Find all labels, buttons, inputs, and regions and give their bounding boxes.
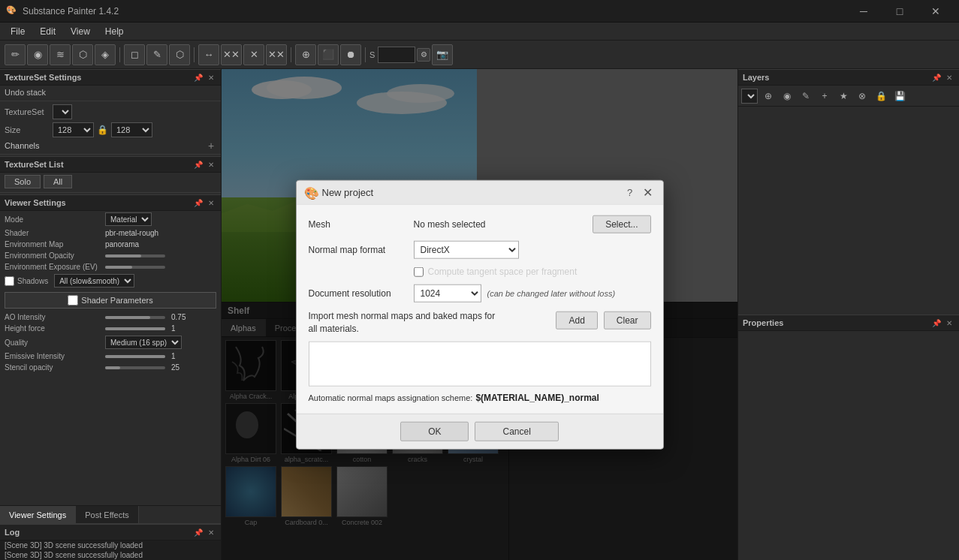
- tsl-close-icon[interactable]: ✕: [206, 159, 216, 170]
- props-close-icon[interactable]: ✕: [944, 318, 954, 328]
- import-label: Import mesh normal maps and baked maps f…: [309, 310, 496, 336]
- brush-size-input[interactable]: [378, 47, 415, 63]
- fill-tool-btn[interactable]: ◉: [27, 44, 48, 65]
- vs-pin-icon[interactable]: 📌: [193, 197, 204, 208]
- smudge-tool-btn[interactable]: ≋: [50, 44, 71, 65]
- props-pin-icon[interactable]: 📌: [931, 318, 942, 328]
- cancel-button[interactable]: Cancel: [475, 421, 558, 441]
- height-force-value: 1: [171, 324, 176, 333]
- clear-button[interactable]: Clear: [604, 312, 651, 330]
- layers-pin-icon[interactable]: 📌: [931, 72, 942, 83]
- ok-button[interactable]: OK: [400, 421, 469, 441]
- quality-select[interactable]: Medium (16 spp): [105, 336, 182, 349]
- dialog-help-button[interactable]: ?: [623, 185, 638, 200]
- stencil-row: Stencil opacity 25: [0, 362, 221, 373]
- textureset-settings-title: TextureSet Settings: [5, 73, 82, 82]
- layer-normal-btn[interactable]: ◉: [779, 88, 795, 104]
- properties-panel: Properties 📌 ✕: [738, 315, 959, 560]
- tab-post-effects[interactable]: Post Effects: [76, 506, 139, 523]
- layer-add-btn[interactable]: +: [816, 88, 833, 104]
- menu-view[interactable]: View: [63, 23, 98, 40]
- log-close-icon[interactable]: ✕: [206, 527, 216, 537]
- window-controls: ─ □ ✕: [846, 0, 953, 23]
- log-pin-icon[interactable]: 📌: [193, 527, 204, 537]
- size-w-select[interactable]: 128: [53, 122, 94, 137]
- new-project-dialog: 🎨 New project ? ✕ Mesh No mesh selected …: [296, 180, 664, 450]
- layer-delete-btn[interactable]: ⊗: [854, 88, 870, 104]
- log-entry-2: [Scene 3D] 3D scene successfully loaded: [0, 550, 221, 560]
- paint-tool-btn[interactable]: ✏: [5, 44, 26, 65]
- normal-map-label: Normal map format: [309, 245, 414, 255]
- sharpen-tool-btn[interactable]: ◈: [95, 44, 116, 65]
- all-button[interactable]: All: [44, 175, 72, 188]
- sym-btn[interactable]: ⊕: [295, 44, 316, 65]
- normal-scheme-row: Automatic normal maps assignation scheme…: [309, 392, 651, 402]
- material-btn[interactable]: ⬡: [169, 44, 190, 65]
- menu-file[interactable]: File: [3, 23, 32, 40]
- size-h-select[interactable]: 128: [111, 122, 152, 137]
- layer-brush-btn[interactable]: ✎: [798, 88, 814, 104]
- menu-help[interactable]: Help: [98, 23, 131, 40]
- pin-icon[interactable]: 📌: [193, 72, 204, 83]
- rec-btn[interactable]: ⏺: [340, 44, 361, 65]
- layer-add-folder-btn[interactable]: ⊕: [760, 88, 777, 104]
- mode-select[interactable]: Material: [105, 212, 152, 226]
- lock-icon[interactable]: 🔒: [97, 125, 108, 135]
- flip-v-btn[interactable]: ✕✕: [221, 44, 242, 65]
- ao-intensity-slider[interactable]: [105, 316, 165, 319]
- eraser-btn[interactable]: ◻: [124, 44, 145, 65]
- shader-params-header[interactable]: Shader Parameters: [5, 292, 216, 309]
- camera-btn[interactable]: 📷: [432, 44, 453, 65]
- toolbar-sep2: [194, 47, 195, 62]
- vs-close-icon[interactable]: ✕: [206, 197, 216, 208]
- menubar: File Edit View Help: [0, 23, 959, 41]
- tool-xx-btn[interactable]: ✕✕: [266, 44, 287, 65]
- shadows-checkbox[interactable]: [5, 276, 14, 286]
- quality-label: Quality: [5, 339, 102, 347]
- layer-save-btn[interactable]: 💾: [891, 88, 908, 104]
- dialog-footer: OK Cancel: [297, 413, 663, 448]
- env-map-row: Environment Map panorama: [0, 239, 221, 250]
- menu-edit[interactable]: Edit: [32, 23, 63, 40]
- add-button[interactable]: Add: [556, 312, 597, 330]
- env-opacity-slider[interactable]: [105, 254, 165, 257]
- dialog-body: Mesh No mesh selected Select... Normal m…: [297, 205, 663, 414]
- tsl-pin-icon[interactable]: 📌: [193, 159, 204, 170]
- tool-x-btn[interactable]: ✕: [243, 44, 264, 65]
- shader-params-checkbox[interactable]: [68, 295, 78, 306]
- emissive-slider[interactable]: [105, 355, 165, 358]
- select-mesh-button[interactable]: Select...: [593, 215, 650, 233]
- layer-fx-btn[interactable]: ★: [835, 88, 852, 104]
- normal-map-select[interactable]: DirectX: [414, 241, 519, 259]
- stencil-btn[interactable]: ✎: [146, 44, 167, 65]
- tab-viewer-settings[interactable]: Viewer Settings: [0, 506, 76, 523]
- textureset-select[interactable]: [53, 104, 72, 119]
- env-exposure-slider[interactable]: [105, 266, 165, 269]
- add-channel-icon[interactable]: +: [206, 140, 216, 151]
- close-panel-icon[interactable]: ✕: [206, 72, 216, 83]
- height-force-slider[interactable]: [105, 327, 165, 330]
- left-panel: TextureSet Settings 📌 ✕ Undo stack Textu…: [0, 69, 222, 560]
- sym2-btn[interactable]: ⬛: [318, 44, 339, 65]
- resolution-select[interactable]: 1024 512 2048: [414, 285, 481, 303]
- tsl-divider: [0, 192, 221, 193]
- flip-h-btn[interactable]: ↔: [198, 44, 219, 65]
- size-label: Size: [5, 125, 50, 134]
- layers-header-icons: 📌 ✕: [931, 72, 954, 83]
- height-force-label: Height force: [5, 324, 102, 333]
- layer-lock-btn[interactable]: 🔒: [873, 88, 889, 104]
- dialog-close-button[interactable]: ✕: [641, 185, 656, 200]
- solo-button[interactable]: Solo: [5, 175, 41, 188]
- layers-title: Layers: [743, 73, 769, 82]
- brush-settings-btn[interactable]: ⚙: [417, 48, 430, 62]
- layer-blend-select[interactable]: [741, 89, 758, 104]
- tangent-checkbox[interactable]: [414, 266, 424, 276]
- shadows-select[interactable]: All (slow&smooth): [54, 274, 134, 288]
- close-button[interactable]: ✕: [918, 0, 953, 23]
- stencil-slider[interactable]: [105, 366, 165, 369]
- clone-tool-btn[interactable]: ⬡: [72, 44, 93, 65]
- minimize-button[interactable]: ─: [846, 0, 881, 23]
- layers-close-icon[interactable]: ✕: [944, 72, 954, 83]
- maximize-button[interactable]: □: [882, 0, 917, 23]
- ao-intensity-value: 0.75: [171, 313, 185, 321]
